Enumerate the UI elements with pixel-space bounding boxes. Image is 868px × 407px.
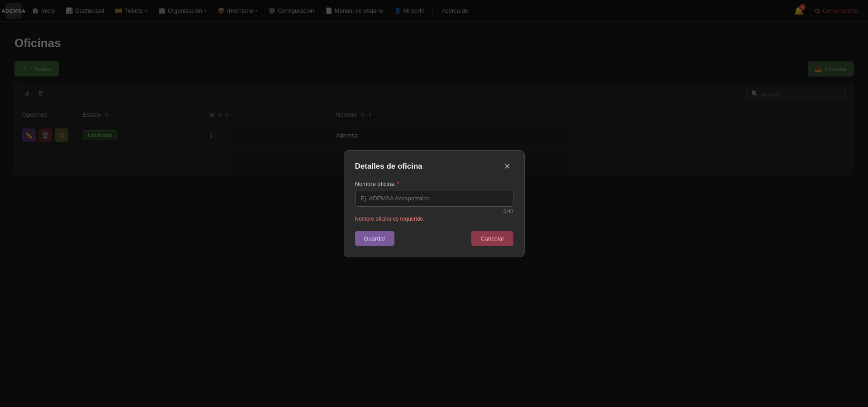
save-button[interactable]: Guardar xyxy=(355,231,395,246)
char-count: 0/40 xyxy=(355,208,513,214)
modal-footer: Guardar Cancelar xyxy=(355,231,513,246)
modal-title: Detalles de oficina xyxy=(355,162,422,171)
modal-close-button[interactable]: ✕ xyxy=(501,161,513,171)
nombre-oficina-label: Nombre oficina * xyxy=(355,180,513,187)
nombre-oficina-input[interactable] xyxy=(355,190,513,207)
modal-dialog: Detalles de oficina ✕ Nombre oficina * 0… xyxy=(344,150,525,257)
modal-overlay: Detalles de oficina ✕ Nombre oficina * 0… xyxy=(0,0,868,407)
modal-header: Detalles de oficina ✕ xyxy=(355,161,513,171)
cancel-button[interactable]: Cancelar xyxy=(471,231,513,246)
required-indicator: * xyxy=(397,180,399,187)
error-message: Nombre oficina es requerido. xyxy=(355,216,513,222)
nombre-oficina-field: Nombre oficina * 0/40 Nombre oficina es … xyxy=(355,180,513,222)
